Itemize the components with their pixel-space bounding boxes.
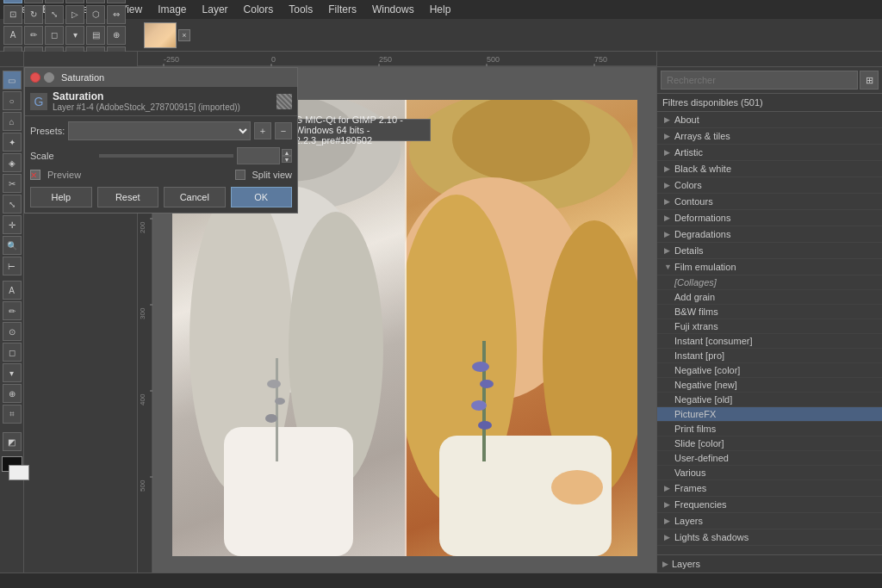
tool-eraser[interactable]: ◻ xyxy=(45,26,64,45)
tool-ellipse2[interactable]: ○ xyxy=(3,91,22,110)
filter-category-details[interactable]: Details xyxy=(657,243,882,259)
menu-layer[interactable]: Layer xyxy=(196,2,235,17)
filter-category-arrays-&-tiles[interactable]: Arrays & tiles xyxy=(657,128,882,145)
filter-item[interactable]: Fuji xtrans xyxy=(657,319,882,334)
tool-paths2[interactable]: ⌗ xyxy=(3,405,22,424)
dialog-min-btn[interactable] xyxy=(44,72,54,83)
tool-brush[interactable]: ⊙ xyxy=(3,322,22,341)
filter-item[interactable]: Slide [color] xyxy=(657,436,882,451)
tool-scale2[interactable]: ⤡ xyxy=(3,195,22,214)
presets-remove-button[interactable]: − xyxy=(275,122,292,139)
scale-slider[interactable] xyxy=(99,154,233,158)
filter-item[interactable]: Instant [consumer] xyxy=(657,334,882,349)
tool-fuzzy[interactable]: ✦ xyxy=(86,0,105,3)
tool-rotate[interactable]: ↻ xyxy=(24,5,43,24)
menu-windows[interactable]: Windows xyxy=(365,2,421,17)
filter-category-frames[interactable]: Frames xyxy=(657,480,882,497)
menu-filters[interactable]: Filters xyxy=(321,2,363,17)
tool-eraser2[interactable]: ◻ xyxy=(3,343,22,362)
tool-crop[interactable]: ⊡ xyxy=(3,5,22,24)
tool-move[interactable]: ✛ xyxy=(3,0,22,3)
filter-item[interactable]: [Collages] xyxy=(657,275,882,290)
cancel-button[interactable]: Cancel xyxy=(164,187,226,207)
filter-item[interactable]: Negative [color] xyxy=(657,363,882,378)
tool-flip[interactable]: ⇔ xyxy=(107,5,126,24)
svg-text:200: 200 xyxy=(139,221,146,233)
dialog-close-btn[interactable] xyxy=(30,72,40,83)
search-input[interactable] xyxy=(661,71,858,90)
ok-button[interactable]: OK xyxy=(231,187,293,207)
search-button[interactable]: ⊞ xyxy=(860,71,879,90)
filter-item[interactable]: Negative [new] xyxy=(657,378,882,393)
filter-item[interactable]: Instant [pro] xyxy=(657,349,882,363)
filter-item[interactable]: Negative [old] xyxy=(657,393,882,407)
presets-add-button[interactable]: + xyxy=(254,122,271,139)
filter-category-about[interactable]: About xyxy=(657,112,882,128)
preview-checkbox[interactable]: ✕ xyxy=(30,170,40,180)
menu-help[interactable]: Help xyxy=(423,2,458,17)
tool-perspective[interactable]: ⬡ xyxy=(86,5,105,24)
menu-tools[interactable]: Tools xyxy=(282,2,320,17)
saturation-name: Saturation xyxy=(53,90,240,102)
category-arrow xyxy=(664,164,671,173)
filter-item[interactable]: B&W films xyxy=(657,305,882,319)
presets-select[interactable] xyxy=(68,121,251,140)
tool-shear[interactable]: ▷ xyxy=(65,5,84,24)
tool-free-select[interactable]: ⌂ xyxy=(3,112,22,131)
tool-fuzzy2[interactable]: ✦ xyxy=(3,133,22,152)
filter-item[interactable]: Add grain xyxy=(657,290,882,305)
tool-pencil[interactable]: ✏ xyxy=(3,301,22,320)
filter-item[interactable]: User-defined xyxy=(657,451,882,466)
tool-rect2[interactable]: ▭ xyxy=(3,71,22,90)
filter-item[interactable]: PictureFX xyxy=(657,407,882,422)
filter-category-black-&-white[interactable]: Black & white xyxy=(657,161,882,177)
filter-category-deformations[interactable]: Deformations xyxy=(657,210,882,226)
tool-cut[interactable]: ✂ xyxy=(3,174,22,193)
filter-category-degradations[interactable]: Degradations xyxy=(657,226,882,243)
tool-select-color[interactable]: ◈ xyxy=(107,0,126,3)
filter-category-film-emulation[interactable]: Film emulation xyxy=(657,259,882,275)
close-thumbnail-button[interactable]: × xyxy=(178,29,190,41)
tool-color-select[interactable]: ◈ xyxy=(3,153,22,172)
tool-bucket[interactable]: ▾ xyxy=(65,26,84,45)
category-arrow xyxy=(664,115,671,124)
tool-text[interactable]: A xyxy=(3,26,22,45)
tool-ellipse[interactable]: ○ xyxy=(45,0,64,3)
scale-up-button[interactable]: ▲ xyxy=(282,149,292,156)
tool-heal[interactable]: ⊕ xyxy=(107,26,126,45)
image-thumbnail[interactable] xyxy=(144,22,177,48)
filter-category-layers[interactable]: Layers xyxy=(657,513,882,529)
background-color[interactable] xyxy=(9,465,29,480)
filter-category-contours[interactable]: Contours xyxy=(657,194,882,210)
menu-image[interactable]: Image xyxy=(151,2,193,17)
menu-colors[interactable]: Colors xyxy=(237,2,281,17)
tool-text2[interactable]: A xyxy=(3,281,22,300)
tool-scale[interactable]: ⤡ xyxy=(45,5,64,24)
tool-rect-select[interactable]: ▭ xyxy=(24,0,43,3)
filter-item[interactable]: Various xyxy=(657,466,882,480)
tool-fill[interactable]: ▾ xyxy=(3,363,22,382)
category-name: Frames xyxy=(674,483,706,493)
tool-lasso[interactable]: ⌂ xyxy=(65,0,84,3)
scale-input[interactable]: 1.000 xyxy=(237,147,280,164)
tool-move2[interactable]: ✛ xyxy=(3,215,22,234)
tool-gradient[interactable]: ▤ xyxy=(86,26,105,45)
tool-measure2[interactable]: ⊢ xyxy=(3,257,22,275)
split-view-label: Split view xyxy=(252,170,292,180)
svg-text:500: 500 xyxy=(487,55,500,64)
category-arrow xyxy=(664,148,671,157)
filter-category-artistic[interactable]: Artistic xyxy=(657,145,882,161)
help-button[interactable]: Help xyxy=(30,187,92,207)
filter-category-colors[interactable]: Colors xyxy=(657,177,882,194)
filter-category-lights-&-shadows[interactable]: Lights & shadows xyxy=(657,529,882,546)
scale-down-button[interactable]: ▼ xyxy=(282,156,292,163)
reset-button[interactable]: Reset xyxy=(97,187,159,207)
svg-text:500: 500 xyxy=(139,480,146,492)
tool-color2[interactable]: ◩ xyxy=(3,432,22,451)
filter-category-frequencies[interactable]: Frequencies xyxy=(657,497,882,513)
tool-paint[interactable]: ✏ xyxy=(24,26,43,45)
tool-zoom2[interactable]: 🔍 xyxy=(3,236,22,255)
tool-heal2[interactable]: ⊕ xyxy=(3,384,22,403)
filter-item[interactable]: Print films xyxy=(657,422,882,436)
split-view-checkbox[interactable] xyxy=(235,170,245,180)
